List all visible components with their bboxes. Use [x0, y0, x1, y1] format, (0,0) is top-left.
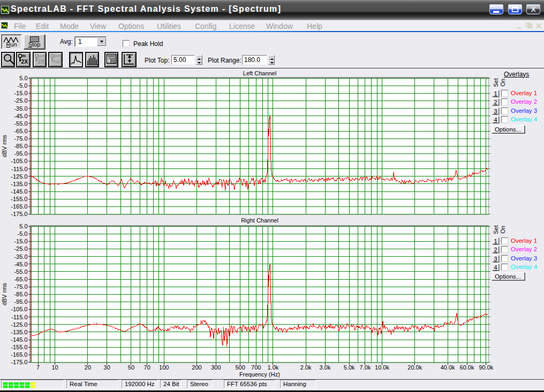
svg-text:IN: IN [22, 54, 26, 58]
svg-text:5.0: 5.0 [19, 75, 27, 81]
svg-text:7: 7 [36, 364, 40, 371]
svg-text:-15.0: -15.0 [14, 238, 27, 244]
svg-text:-95.0: -95.0 [14, 150, 27, 157]
svg-text:40.0k: 40.0k [441, 364, 455, 371]
svg-text:-15.0: -15.0 [14, 90, 27, 96]
svg-text:-175.0: -175.0 [11, 211, 27, 217]
svg-text:-155.0: -155.0 [11, 344, 27, 350]
svg-text:2X: 2X [37, 58, 44, 65]
svg-text:FULL: FULL [54, 60, 62, 64]
svg-text:-45.0: -45.0 [14, 113, 27, 119]
svg-text:Left Channel: Left Channel [243, 70, 276, 76]
svg-text:7.0k: 7.0k [360, 364, 371, 371]
svg-text:-145.0: -145.0 [11, 188, 27, 195]
svg-text:50: 50 [128, 364, 134, 371]
svg-text:300: 300 [211, 364, 221, 371]
svg-text:10: 10 [51, 364, 58, 371]
svg-text:-145.0: -145.0 [11, 336, 27, 343]
svg-text:60.0k: 60.0k [460, 364, 474, 371]
svg-text:-5.0: -5.0 [18, 230, 28, 237]
svg-text:30: 30 [104, 364, 110, 371]
svg-text:-35.0: -35.0 [14, 105, 27, 112]
svg-text:-75.0: -75.0 [14, 135, 27, 142]
svg-text:-25.0: -25.0 [14, 97, 27, 104]
svg-text:-125.0: -125.0 [11, 321, 27, 328]
svg-text:-85.0: -85.0 [14, 291, 27, 297]
svg-text:5.0: 5.0 [19, 223, 27, 229]
svg-text:-105.0: -105.0 [11, 306, 27, 312]
svg-text:2.0k: 2.0k [300, 364, 312, 371]
svg-text:-135.0: -135.0 [11, 181, 27, 187]
svg-text:3.0k: 3.0k [320, 364, 331, 371]
svg-text:-125.0: -125.0 [11, 173, 27, 180]
svg-text:90.0k: 90.0k [479, 364, 493, 371]
svg-text:X: X [531, 5, 535, 13]
svg-text:OUT: OUT [54, 54, 61, 58]
svg-text:-25.0: -25.0 [14, 245, 27, 252]
svg-text:-105.0: -105.0 [11, 158, 27, 164]
svg-text:70: 70 [144, 364, 150, 371]
svg-text:-175.0: -175.0 [11, 359, 27, 365]
svg-text:-115.0: -115.0 [11, 166, 27, 172]
svg-text:-135.0: -135.0 [11, 329, 27, 335]
svg-text:-55.0: -55.0 [14, 120, 27, 127]
svg-text:-165.0: -165.0 [11, 203, 27, 210]
svg-text:20.0k: 20.0k [407, 364, 422, 371]
svg-text:dBV rms: dBV rms [1, 134, 7, 157]
svg-text:-5.0: -5.0 [18, 82, 28, 89]
svg-text:700: 700 [251, 364, 261, 371]
svg-text:5.0k: 5.0k [344, 364, 355, 371]
svg-text:-85.0: -85.0 [14, 143, 27, 149]
svg-text:100: 100 [159, 364, 169, 371]
svg-text:-155.0: -155.0 [11, 196, 27, 202]
svg-text:1.0k: 1.0k [268, 364, 279, 371]
svg-text:Frequency (Hz): Frequency (Hz) [239, 371, 280, 378]
svg-text:-75.0: -75.0 [14, 283, 27, 290]
svg-text:-165.0: -165.0 [11, 351, 27, 358]
svg-text:Right Channel: Right Channel [241, 217, 278, 224]
svg-text:-55.0: -55.0 [14, 268, 27, 275]
svg-text:-35.0: -35.0 [14, 253, 27, 260]
svg-text:-95.0: -95.0 [14, 298, 27, 305]
svg-text:-65.0: -65.0 [14, 276, 27, 282]
svg-text:-115.0: -115.0 [11, 314, 27, 320]
svg-text:20: 20 [85, 364, 91, 371]
svg-text:-65.0: -65.0 [14, 128, 27, 134]
svg-text:200: 200 [192, 364, 201, 371]
svg-text:-45.0: -45.0 [14, 261, 27, 267]
svg-text:10.0k: 10.0k [375, 364, 389, 371]
svg-text:dBV rms: dBV rms [1, 282, 7, 305]
svg-text:OUT: OUT [38, 55, 45, 58]
svg-text:2X: 2X [21, 58, 28, 65]
svg-text:500: 500 [235, 364, 245, 371]
